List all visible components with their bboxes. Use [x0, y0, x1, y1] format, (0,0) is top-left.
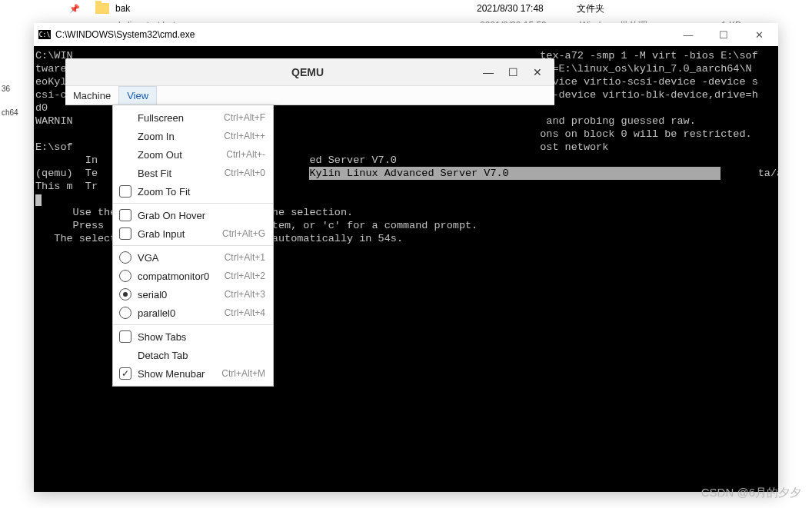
qemu-minimize-button[interactable]: — — [476, 61, 501, 83]
thumb-label: 36 — [0, 85, 23, 93]
menu-item-label: Zoom In — [138, 131, 224, 142]
menu-item-accel: Ctrl+Alt++ — [224, 131, 265, 141]
file-type: 文件夹 — [577, 2, 692, 15]
menu-item-label: Best Fit — [138, 168, 225, 179]
desktop-thumbnails: 36 ch64 — [0, 85, 23, 132]
menu-item-accel: Ctrl+Alt+3 — [225, 289, 265, 300]
menu-item-parallel0[interactable]: parallel0Ctrl+Alt+4 — [113, 304, 273, 322]
thumb-label: ch64 — [0, 108, 23, 117]
menu-view[interactable]: View — [118, 86, 157, 105]
close-button[interactable]: ✕ — [741, 23, 777, 46]
menu-item-label: Zoom Out — [138, 149, 226, 161]
checkbox-icon — [119, 209, 131, 221]
menu-item-accel: Ctrl+Alt+4 — [225, 307, 265, 318]
qemu-window: QEMU — ☐ ✕ Machine View — [65, 58, 554, 105]
menu-item-label: Zoom To Fit — [138, 186, 265, 198]
menu-item-accel: Ctrl+Alt+2 — [225, 271, 265, 281]
menu-item-serial0[interactable]: serial0Ctrl+Alt+3 — [113, 285, 273, 304]
menu-item-accel: Ctrl+Alt+F — [224, 112, 265, 123]
menu-item-detach-tab[interactable]: Detach Tab — [113, 346, 273, 364]
qemu-titlebar[interactable]: QEMU — ☐ ✕ — [65, 58, 554, 86]
explorer-row[interactable]: 📌 bak 2021/8/30 17:48 文件夹 — [0, 0, 812, 17]
qemu-close-button[interactable]: ✕ — [525, 61, 550, 83]
menu-item-grab-input[interactable]: Grab InputCtrl+Alt+G — [113, 224, 273, 243]
checkbox-icon — [119, 227, 131, 240]
maximize-button[interactable]: ☐ — [706, 23, 741, 46]
menu-item-show-tabs[interactable]: Show Tabs — [113, 327, 273, 346]
menu-machine[interactable]: Machine — [65, 86, 118, 105]
qemu-title-text: QEMU — [139, 66, 476, 78]
menu-item-zoom-in[interactable]: Zoom InCtrl+Alt++ — [113, 127, 273, 145]
cmd-titlebar[interactable]: C:\ C:\WINDOWS\System32\cmd.exe — ☐ ✕ — [34, 23, 778, 46]
menu-item-label: Fullscreen — [138, 112, 224, 124]
menu-item-accel: Ctrl+Alt+0 — [225, 168, 265, 178]
radio-icon — [119, 307, 131, 319]
menu-item-zoom-to-fit[interactable]: Zoom To Fit — [113, 182, 273, 201]
qemu-menubar: Machine View — [65, 86, 554, 105]
folder-icon — [95, 3, 109, 14]
menu-item-label: parallel0 — [138, 307, 225, 319]
menu-item-best-fit[interactable]: Best FitCtrl+Alt+0 — [113, 164, 273, 182]
menu-separator — [113, 245, 273, 246]
menu-item-grab-on-hover[interactable]: Grab On Hover — [113, 206, 273, 224]
menu-item-accel: Ctrl+Alt+- — [226, 149, 265, 160]
cmd-title-text: C:\WINDOWS\System32\cmd.exe — [55, 29, 671, 40]
radio-icon — [119, 288, 131, 300]
menu-item-fullscreen[interactable]: FullscreenCtrl+Alt+F — [113, 108, 273, 127]
menu-item-label: Show Tabs — [138, 331, 265, 343]
view-dropdown: FullscreenCtrl+Alt+FZoom InCtrl+Alt++Zoo… — [112, 105, 274, 387]
checkbox-icon — [119, 330, 131, 343]
menu-item-accel: Ctrl+Alt+1 — [225, 252, 265, 263]
file-date: 2021/8/30 17:48 — [477, 3, 577, 14]
file-name: bak — [115, 3, 477, 14]
menu-item-label: compatmonitor0 — [138, 271, 225, 282]
checkbox-icon — [119, 367, 131, 380]
menu-item-vga[interactable]: VGACtrl+Alt+1 — [113, 248, 273, 267]
menu-item-accel: Ctrl+Alt+G — [222, 228, 265, 239]
menu-item-zoom-out[interactable]: Zoom OutCtrl+Alt+- — [113, 145, 273, 164]
menu-item-label: Show Menubar — [138, 368, 221, 380]
menu-item-show-menubar[interactable]: Show MenubarCtrl+Alt+M — [113, 364, 273, 383]
pin-icon: 📌 — [69, 4, 80, 14]
minimize-button[interactable]: — — [671, 23, 706, 46]
radio-icon — [119, 270, 131, 282]
menu-item-label: VGA — [138, 252, 225, 264]
menu-item-label: Detach Tab — [138, 350, 265, 361]
menu-separator — [113, 324, 273, 325]
menu-item-label: serial0 — [138, 289, 225, 300]
menu-separator — [113, 203, 273, 204]
menu-item-label: Grab On Hover — [138, 210, 265, 221]
menu-item-compatmonitor0[interactable]: compatmonitor0Ctrl+Alt+2 — [113, 267, 273, 285]
radio-icon — [119, 251, 131, 264]
cmd-icon: C:\ — [38, 30, 51, 39]
checkbox-icon — [119, 185, 131, 198]
qemu-maximize-button[interactable]: ☐ — [501, 61, 525, 83]
watermark: CSDN @6月的夕夕 — [701, 486, 801, 500]
menu-item-label: Grab Input — [138, 228, 222, 240]
menu-item-accel: Ctrl+Alt+M — [221, 368, 265, 379]
